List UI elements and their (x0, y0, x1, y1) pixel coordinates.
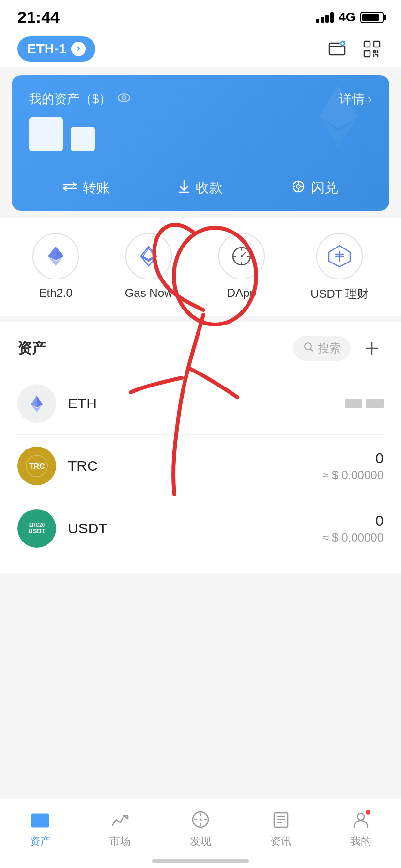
svg-marker-17 (141, 256, 156, 266)
usdt-circle (316, 233, 363, 279)
asset-title: 我的资产（$） (29, 91, 111, 108)
quick-icon-dapp[interactable]: DApp (218, 233, 265, 302)
nav-item-market[interactable]: 市场 (91, 809, 149, 849)
svg-rect-38 (33, 821, 37, 823)
status-time: 21:44 (17, 8, 60, 27)
svg-marker-15 (56, 247, 63, 260)
usdt-token-logo: ERC20 USDT (17, 509, 56, 548)
trc-logo: TRC (17, 447, 56, 485)
nav-item-discover[interactable]: 发现 (171, 809, 230, 849)
scan-button[interactable] (360, 37, 384, 61)
network-selector-arrow (71, 42, 86, 56)
trc-info: TRC (68, 458, 322, 474)
network-selector[interactable]: ETH-1 (17, 36, 95, 62)
trc-usd: ≈ $ 0.00000 (322, 468, 384, 482)
receive-button[interactable]: 收款 (143, 165, 258, 211)
token-item-eth[interactable]: ETH (17, 372, 384, 435)
eye-icon[interactable] (117, 93, 131, 106)
mine-nav-icon (350, 809, 371, 830)
app-header: ETH-1 (0, 31, 401, 67)
usdt-info: USDT (68, 520, 322, 537)
svg-point-6 (118, 94, 130, 102)
usdt-usd: ≈ $ 0.00000 (322, 531, 384, 544)
usdt-balance: 0 ≈ $ 0.00000 (322, 512, 384, 544)
receive-icon (178, 180, 190, 197)
dapp-circle (218, 233, 265, 279)
eth2-label: Eth2.0 (39, 286, 73, 300)
bottom-nav: 资产 市场 发现 资讯 (0, 799, 401, 868)
receive-label: 收款 (196, 179, 223, 197)
quick-icon-eth2[interactable]: Eth2.0 (32, 233, 79, 302)
asset-title-row: 我的资产（$） (29, 91, 131, 108)
flash-icon (292, 180, 305, 197)
eth-logo (17, 384, 56, 423)
svg-point-40 (199, 819, 201, 821)
mine-nav-label: 我的 (350, 834, 371, 849)
transfer-icon (62, 181, 77, 196)
network-type: 4G (339, 10, 355, 25)
svg-text:USDT: USDT (28, 527, 45, 535)
news-nav-label: 资讯 (270, 834, 292, 849)
search-icon (303, 341, 314, 355)
svg-point-11 (296, 185, 300, 188)
eth2-circle (32, 233, 79, 279)
signal-icon (316, 12, 334, 23)
svg-point-42 (357, 813, 364, 820)
flash-button[interactable]: 闪兑 (258, 165, 372, 211)
add-wallet-button[interactable] (325, 37, 349, 61)
market-nav-label: 市场 (109, 834, 131, 849)
home-indicator (152, 859, 249, 863)
nav-item-assets[interactable]: 资产 (11, 809, 69, 849)
svg-point-7 (122, 96, 126, 100)
news-nav-icon (270, 809, 292, 830)
svg-rect-5 (364, 51, 370, 57)
header-icons (325, 37, 384, 61)
assets-nav-icon (30, 809, 51, 830)
status-bar: 21:44 4G (0, 0, 401, 31)
transfer-label: 转账 (83, 179, 110, 197)
add-token-button[interactable] (360, 337, 384, 360)
usdt-amount: 0 (322, 512, 384, 529)
svg-rect-4 (374, 41, 380, 47)
network-label: ETH-1 (27, 41, 66, 57)
eth-name: ETH (68, 395, 97, 411)
trc-name: TRC (68, 458, 98, 474)
usdt-token-name: USDT (68, 520, 108, 536)
amount-hidden-small (71, 127, 95, 151)
gas-label: Gas Now (125, 286, 173, 300)
battery-fill (362, 14, 379, 21)
eth-info: ETH (68, 395, 345, 412)
assets-controls: 搜索 (293, 336, 384, 361)
market-nav-icon (109, 809, 131, 830)
svg-marker-14 (48, 247, 56, 260)
discover-nav-icon (190, 809, 211, 830)
token-item-usdt[interactable]: ERC20 USDT USDT 0 ≈ $ 0.00000 (17, 497, 384, 559)
nav-item-mine[interactable]: 我的 (332, 809, 390, 849)
gas-circle (125, 233, 172, 279)
token-item-trc[interactable]: TRC TRC 0 ≈ $ 0.00000 (17, 435, 384, 497)
quick-icons: Eth2.0 Gas Now DApp (0, 218, 401, 316)
transfer-button[interactable]: 转账 (29, 165, 143, 211)
search-placeholder: 搜索 (318, 341, 341, 356)
assets-section: 资产 搜索 (0, 322, 401, 573)
amount-hidden-large (29, 117, 63, 151)
eth-hidden-balance (345, 399, 384, 408)
status-icons: 4G (316, 10, 384, 25)
quick-icon-usdt[interactable]: USDT 理财 (310, 233, 369, 302)
eth-watermark (307, 85, 370, 150)
svg-rect-3 (364, 41, 370, 47)
search-box[interactable]: 搜索 (293, 336, 351, 361)
nav-item-news[interactable]: 资讯 (252, 809, 310, 849)
assets-nav-label: 资产 (30, 834, 51, 849)
asset-card: 我的资产（$） 详情 › (12, 75, 389, 211)
trc-amount: 0 (322, 450, 384, 466)
assets-title: 资产 (17, 339, 46, 358)
usdt-label: USDT 理财 (310, 286, 369, 302)
svg-rect-37 (31, 817, 49, 819)
dapp-label: DApp (227, 286, 256, 300)
quick-icon-gas[interactable]: Gas Now (125, 233, 173, 302)
assets-header: 资产 搜索 (17, 336, 384, 361)
flash-label: 闪兑 (311, 179, 338, 197)
battery-icon (360, 12, 384, 23)
svg-text:TRC: TRC (29, 462, 45, 470)
